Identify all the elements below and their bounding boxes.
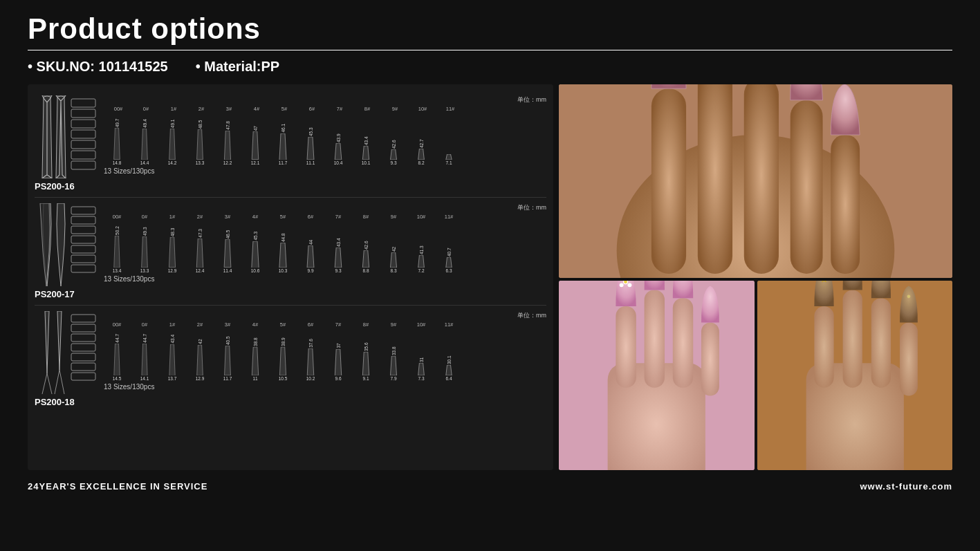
nail-tips-svg-3 <box>37 311 99 394</box>
svg-rect-20 <box>71 334 95 342</box>
svg-rect-7 <box>71 207 95 214</box>
svg-rect-40 <box>673 298 693 387</box>
footer-right: www.st-future.com <box>860 481 952 492</box>
svg-rect-22 <box>71 353 95 361</box>
nail-tips-svg-2 <box>37 203 99 286</box>
svg-rect-10 <box>71 236 95 243</box>
svg-line-17 <box>59 370 64 394</box>
brown-nail-svg <box>757 281 953 470</box>
left-panel: 单位：mm 00#0#1#2#3#4#5#6#7#8#9#10#11# 49.7… <box>28 84 553 470</box>
svg-rect-39 <box>645 290 665 387</box>
svg-rect-8 <box>71 216 95 224</box>
svg-line-16 <box>55 370 59 394</box>
flower-nail-svg <box>559 281 755 470</box>
sizes-label-3: 13 Sizes/130pcs <box>104 383 546 391</box>
sku-label: SKU.NO: 101141525 <box>28 59 168 75</box>
product-section-2: 单位：mm 00#0#1#2#3#4#5#6#7#8#9#10#11# 50.2… <box>35 198 546 306</box>
svg-rect-4 <box>71 140 95 149</box>
chart-2: 单位：mm 00#0#1#2#3#4#5#6#7#8#9#10#11# 50.2… <box>104 203 546 283</box>
svg-point-63 <box>907 295 910 298</box>
svg-rect-18 <box>71 315 95 322</box>
title-divider <box>28 50 952 50</box>
unit-label-3: 单位：mm <box>104 311 546 320</box>
svg-rect-29 <box>744 84 779 274</box>
svg-rect-5 <box>71 151 95 159</box>
svg-rect-9 <box>71 226 95 234</box>
nail-art-1 <box>35 95 100 178</box>
svg-rect-24 <box>71 373 95 380</box>
nail-tips-svg-1 <box>37 95 99 178</box>
svg-point-46 <box>620 283 624 287</box>
svg-rect-3 <box>71 130 95 138</box>
product-section-1: 单位：mm 00#0#1#2#3#4#5#6#7#8#9#10#11# 49.7… <box>35 90 546 198</box>
svg-line-14 <box>42 373 47 394</box>
page-title: Product options <box>28 12 952 46</box>
unit-label-2: 单位：mm <box>104 203 546 212</box>
svg-rect-19 <box>71 324 95 332</box>
svg-rect-38 <box>616 306 636 388</box>
svg-rect-21 <box>71 344 95 351</box>
nail-art-2 <box>35 203 100 286</box>
chart-3: 单位：mm 00#0#1#2#3#4#5#6#7#8#9#10#11# 44.7… <box>104 311 546 391</box>
svg-rect-1 <box>71 109 95 118</box>
material-label: Material:PP <box>196 59 280 75</box>
unit-label-1: 单位：mm <box>104 95 546 104</box>
svg-rect-30 <box>791 100 823 274</box>
product-id-1: PS200-16 <box>35 181 546 192</box>
svg-rect-56 <box>814 306 833 388</box>
brown-nail-image <box>757 281 953 470</box>
product-1-layout: 单位：mm 00#0#1#2#3#4#5#6#7#8#9#10#11# 49.7… <box>35 95 546 178</box>
product-section-3: 单位：mm 00#0#1#2#3#4#5#6#7#8#9#10#11# 44.7… <box>35 306 546 413</box>
svg-line-15 <box>47 373 52 394</box>
product-2-layout: 单位：mm 00#0#1#2#3#4#5#6#7#8#9#10#11# 50.2… <box>35 203 546 286</box>
svg-rect-27 <box>651 88 686 274</box>
svg-rect-31 <box>831 135 860 274</box>
svg-rect-2 <box>71 120 95 128</box>
page-wrapper: Product options SKU.NO: 101141525 Materi… <box>0 0 980 551</box>
sizes-label-1: 13 Sizes/130pcs <box>104 167 546 175</box>
nail-art-3 <box>35 311 100 394</box>
product-id-3: PS200-18 <box>35 397 546 407</box>
svg-point-45 <box>627 283 631 287</box>
svg-rect-28 <box>698 84 732 274</box>
svg-rect-23 <box>71 363 95 371</box>
svg-rect-58 <box>871 298 890 387</box>
sizes-label-2: 13 Sizes/130pcs <box>104 275 546 283</box>
svg-rect-41 <box>701 322 719 395</box>
main-nail-image <box>559 84 952 278</box>
footer: 24YEAR'S EXCELLENCE IN SERVICE www.st-fu… <box>28 474 952 494</box>
flower-nail-image <box>559 281 755 470</box>
svg-rect-12 <box>71 255 95 263</box>
footer-left: 24YEAR'S EXCELLENCE IN SERVICE <box>28 481 207 492</box>
bottom-images-row <box>559 281 952 470</box>
hand-svg <box>559 84 952 278</box>
right-panel <box>559 84 952 470</box>
svg-rect-11 <box>71 245 95 253</box>
svg-rect-13 <box>71 265 95 272</box>
product-3-layout: 单位：mm 00#0#1#2#3#4#5#6#7#8#9#10#11# 44.7… <box>35 311 546 394</box>
svg-rect-0 <box>71 99 95 107</box>
svg-rect-57 <box>842 290 862 387</box>
meta-row: SKU.NO: 101141525 Material:PP <box>28 59 952 75</box>
chart-1: 单位：mm 00#0#1#2#3#4#5#6#7#8#9#10#11# 49.7… <box>104 95 546 175</box>
main-content: 单位：mm 00#0#1#2#3#4#5#6#7#8#9#10#11# 49.7… <box>28 84 952 470</box>
svg-rect-6 <box>71 161 95 169</box>
svg-rect-59 <box>899 322 917 395</box>
product-id-2: PS200-17 <box>35 289 546 299</box>
